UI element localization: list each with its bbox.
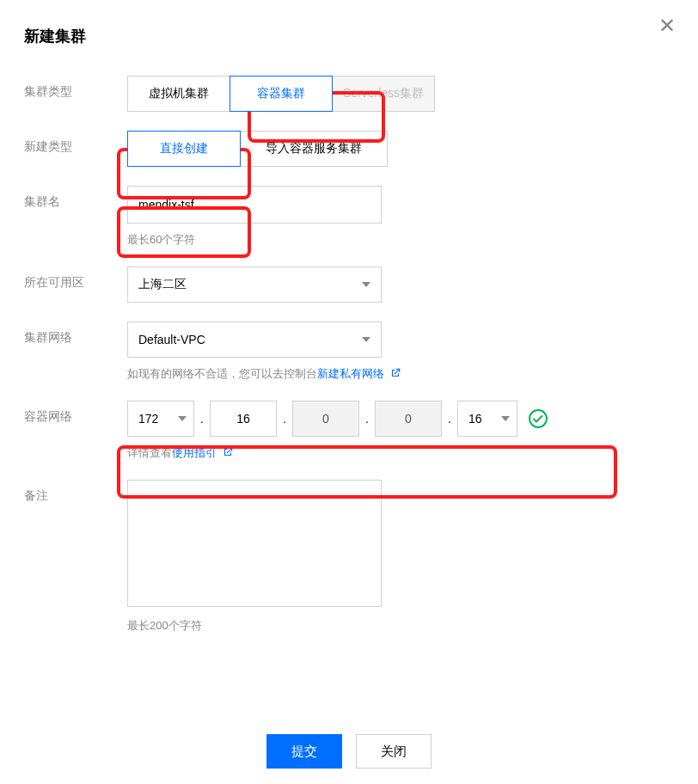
chevron-down-icon	[501, 416, 510, 421]
cluster-type-segmented: 虚拟机集群 容器集群 Serverless集群	[127, 76, 435, 112]
network-select-value: Default-VPC	[138, 333, 205, 346]
cluster-type-option-serverless[interactable]: Serverless集群	[332, 76, 435, 112]
external-link-icon	[222, 446, 234, 458]
external-link-icon	[389, 367, 401, 379]
network-select[interactable]: Default-VPC	[127, 322, 382, 358]
zone-select-value: 上海二区	[138, 277, 187, 292]
remark-textarea[interactable]	[127, 480, 382, 607]
cluster-name-input[interactable]	[127, 186, 382, 224]
ip-octet-d-input	[375, 401, 442, 437]
submit-button[interactable]: 提交	[266, 734, 342, 769]
label-cluster-type: 集群类型	[24, 76, 127, 100]
container-net-hint: 详情查看使用指引	[127, 445, 674, 461]
cluster-type-option-container[interactable]: 容器集群	[230, 76, 333, 112]
container-net-input-row: 172 . . . . 16	[127, 401, 674, 437]
label-container-net: 容器网络	[24, 401, 127, 425]
zone-select[interactable]: 上海二区	[127, 266, 382, 303]
remark-hint: 最长200个字符	[127, 618, 674, 634]
label-create-type: 新建类型	[24, 131, 127, 155]
create-type-option-direct[interactable]: 直接创建	[127, 131, 241, 167]
create-type-option-import[interactable]: 导入容器服务集群	[240, 131, 388, 167]
close-button[interactable]: 关闭	[356, 734, 432, 769]
ip-octet-c-input	[292, 401, 359, 437]
dialog-title: 新建集群	[24, 26, 674, 46]
label-network: 集群网络	[24, 322, 127, 346]
chevron-down-icon	[362, 337, 370, 342]
new-vpc-link[interactable]: 新建私有网络	[317, 367, 384, 380]
ip-octet-b-input[interactable]	[210, 401, 277, 437]
label-remark: 备注	[24, 480, 127, 504]
cluster-type-option-vm[interactable]: 虚拟机集群	[127, 76, 230, 112]
chevron-down-icon	[362, 282, 370, 287]
create-type-segmented: 直接创建 导入容器服务集群	[127, 131, 388, 167]
cluster-name-hint: 最长60个字符	[127, 232, 674, 248]
close-icon[interactable]: ✕	[658, 15, 676, 36]
ip-octet-a-select[interactable]: 172	[127, 401, 194, 437]
cidr-select[interactable]: 16	[457, 401, 517, 437]
usage-guide-link[interactable]: 使用指引	[172, 446, 217, 459]
label-zone: 所在可用区	[24, 266, 127, 291]
label-cluster-name: 集群名	[24, 186, 127, 210]
svg-point-0	[530, 410, 547, 427]
network-hint: 如现有的网络不合适，您可以去控制台新建私有网络	[127, 366, 674, 382]
validation-ok-icon	[528, 408, 548, 429]
chevron-down-icon	[178, 416, 187, 421]
